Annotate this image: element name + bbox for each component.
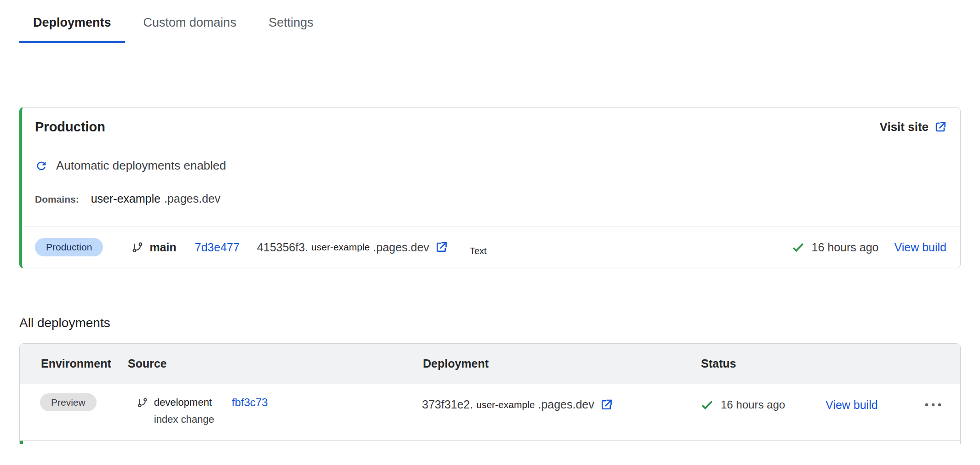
- next-row-partial: [19, 441, 961, 444]
- deployment-url-hash: 415356f3.: [257, 241, 308, 254]
- tab-custom-domains[interactable]: Custom domains: [130, 0, 251, 43]
- deployment-time: 16 hours ago: [721, 398, 785, 411]
- tab-settings[interactable]: Settings: [255, 0, 327, 43]
- success-check-icon: [700, 398, 714, 412]
- git-branch-icon: [131, 241, 143, 253]
- visit-site-label: Visit site: [880, 120, 929, 134]
- branch-name: development: [154, 397, 212, 408]
- domain-name: user-example: [91, 192, 160, 205]
- view-build-link[interactable]: View build: [826, 398, 878, 412]
- external-link-icon[interactable]: [435, 241, 448, 254]
- column-header-source: Source: [128, 357, 423, 370]
- git-branch-icon: [137, 397, 148, 408]
- deployment-url-suffix: .pages.dev: [538, 398, 594, 411]
- all-deployments-title: All deployments: [19, 316, 980, 330]
- branch-name: main: [149, 241, 176, 254]
- column-header-deployment: Deployment: [423, 357, 701, 370]
- domains-label: Domains:: [35, 194, 79, 205]
- production-deployment-row: Production main 7d3e477 415356f3. user-e…: [22, 227, 960, 268]
- commit-message: index change: [154, 414, 422, 425]
- visit-site-link[interactable]: Visit site: [880, 120, 946, 134]
- deployment-time: 16 hours ago: [812, 241, 879, 254]
- table-row: Preview development fbf3c73 ind: [20, 384, 960, 441]
- environment-badge-preview: Preview: [40, 393, 97, 411]
- deployment-url-name: user-example: [311, 242, 370, 253]
- commit-link[interactable]: fbf3c73: [232, 396, 268, 409]
- more-options-icon[interactable]: [924, 403, 943, 407]
- pages-deployments-page: Deployments Custom domains Settings Prod…: [0, 0, 980, 465]
- column-header-environment: Environment: [41, 357, 128, 370]
- deployments-table: Environment Source Deployment Status Pre…: [19, 343, 961, 441]
- table-header: Environment Source Deployment Status: [20, 344, 960, 384]
- environment-badge-production: Production: [35, 238, 103, 256]
- production-card-title: Production: [35, 119, 105, 135]
- tab-deployments[interactable]: Deployments: [19, 0, 125, 43]
- commit-link[interactable]: 7d3e477: [195, 241, 239, 254]
- deployment-url-name: user-example: [476, 399, 535, 410]
- deployment-note: Text: [470, 246, 487, 256]
- column-header-status: Status: [701, 357, 960, 370]
- production-card: Production Visit site: [19, 107, 961, 268]
- view-build-link[interactable]: View build: [894, 241, 946, 254]
- success-check-icon: [791, 240, 805, 254]
- production-row-edge: [20, 441, 23, 444]
- deployment-url-suffix: .pages.dev: [373, 241, 429, 254]
- deployment-url-hash: 373f31e2.: [422, 398, 473, 411]
- external-link-icon: [934, 121, 946, 133]
- external-link-icon[interactable]: [600, 398, 613, 411]
- domain-suffix: .pages.dev: [164, 192, 220, 205]
- tab-bar: Deployments Custom domains Settings: [19, 0, 961, 43]
- refresh-icon: [35, 159, 48, 172]
- deployment-url: 415356f3. user-example .pages.dev: [257, 241, 448, 254]
- auto-deployments-text: Automatic deployments enabled: [56, 159, 226, 173]
